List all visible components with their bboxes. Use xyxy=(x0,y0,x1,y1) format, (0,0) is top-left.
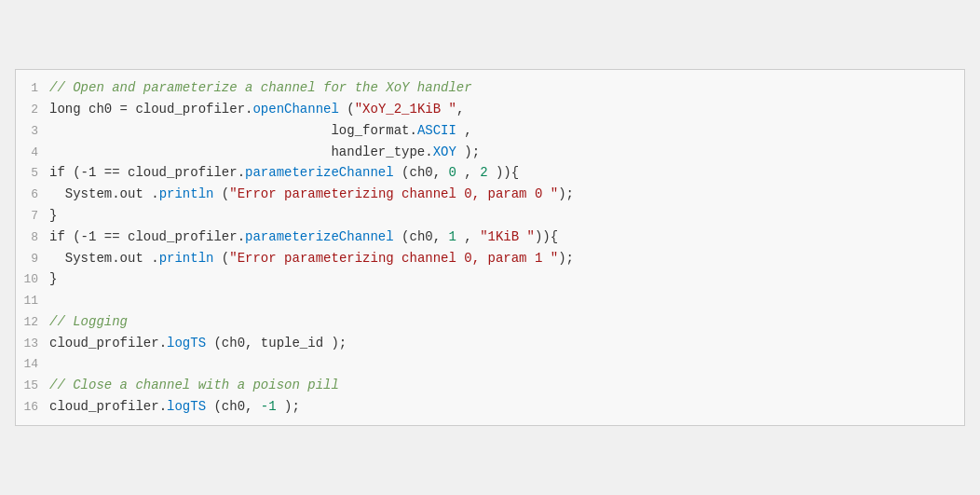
code-line: 1// Open and parameterize a channel for … xyxy=(16,77,964,99)
code-segment: ); xyxy=(277,399,300,414)
code-segment: } xyxy=(49,271,57,286)
code-segment: println xyxy=(159,251,214,266)
code-segment: openChannel xyxy=(252,102,338,117)
code-segment: )){ xyxy=(535,229,558,244)
code-line: 3 log_format.ASCII , xyxy=(16,120,964,142)
line-number: 2 xyxy=(16,101,49,120)
code-line: 10} xyxy=(16,268,964,290)
line-number: 15 xyxy=(16,377,49,396)
code-line: 6 System.out .println ("Error parameteri… xyxy=(16,184,964,205)
code-segment: // Close a channel with a poison pill xyxy=(49,378,339,392)
line-content: // Open and parameterize a channel for t… xyxy=(49,77,957,98)
line-number: 6 xyxy=(16,186,49,205)
code-line: 14 xyxy=(16,353,964,375)
line-content: System.out .println ("Error parameterizi… xyxy=(49,248,957,268)
line-content: if (-1 == cloud_profiler.parameterizeCha… xyxy=(49,227,957,247)
code-segment: ( xyxy=(339,102,355,117)
code-segment: // Open and parameterize a channel for t… xyxy=(49,80,472,95)
line-content: if (-1 == cloud_profiler.parameterizeCha… xyxy=(49,162,957,183)
code-segment: 2 xyxy=(480,165,487,180)
code-segment: (ch0, xyxy=(394,229,449,244)
line-number: 3 xyxy=(16,122,49,142)
code-segment: . xyxy=(409,123,416,138)
code-segment: . xyxy=(425,144,432,159)
line-number: 7 xyxy=(16,207,49,227)
code-segment: -1 xyxy=(261,399,277,414)
line-number: 13 xyxy=(16,335,49,354)
code-segment: log_format xyxy=(49,123,409,138)
line-content xyxy=(49,353,957,374)
code-segment: , xyxy=(456,123,472,138)
code-segment: XOY xyxy=(433,144,456,159)
code-segment: ASCII xyxy=(417,123,456,138)
code-segment: cloud_profiler xyxy=(49,336,159,351)
line-content: // Close a channel with a poison pill xyxy=(49,375,957,395)
code-line: 4 handler_type.XOY ); xyxy=(16,142,964,163)
code-segment: (ch0, xyxy=(394,165,449,180)
code-segment: , xyxy=(456,229,480,244)
line-content: // Logging xyxy=(49,311,957,332)
line-number: 4 xyxy=(16,144,49,163)
code-segment: handler_type xyxy=(49,144,425,159)
code-segment: // Logging xyxy=(49,314,128,329)
code-line: 12// Logging xyxy=(16,311,964,333)
code-line: 16cloud_profiler.logTS (ch0, -1 ); xyxy=(16,396,964,418)
code-segment: . xyxy=(143,186,159,201)
code-segment: ); xyxy=(558,186,574,201)
code-segment: ( xyxy=(213,251,229,266)
code-segment: logTS xyxy=(167,399,206,414)
line-number: 8 xyxy=(16,228,49,248)
code-line: 13cloud_profiler.logTS (ch0, tuple_id ); xyxy=(16,333,964,354)
code-segment: cloud_profiler xyxy=(49,399,159,414)
code-segment: . xyxy=(143,251,159,266)
code-segment: 1 xyxy=(449,229,456,244)
line-number: 14 xyxy=(16,355,49,375)
code-segment: System.out xyxy=(49,251,143,266)
line-number: 9 xyxy=(16,250,49,269)
code-segment: if (-1 == cloud_profiler xyxy=(49,229,238,244)
line-content: } xyxy=(49,268,957,289)
code-segment: . xyxy=(238,229,245,244)
code-line: 5if (-1 == cloud_profiler.parameterizeCh… xyxy=(16,162,964,184)
code-segment: ); xyxy=(456,144,480,159)
line-content: System.out .println ("Error parameterizi… xyxy=(49,184,957,204)
line-content: cloud_profiler.logTS (ch0, -1 ); xyxy=(49,396,957,417)
code-line: 7} xyxy=(16,205,964,227)
line-content: handler_type.XOY ); xyxy=(49,142,957,162)
code-segment: "XoY_2_1KiB " xyxy=(355,102,456,117)
line-number: 10 xyxy=(16,270,49,290)
code-segment: ( xyxy=(213,186,229,201)
code-segment: long ch0 = cloud_profiler xyxy=(49,102,245,117)
code-segment: (ch0, xyxy=(206,399,261,414)
code-segment: parameterizeChannel xyxy=(245,165,394,180)
line-content: long ch0 = cloud_profiler.openChannel ("… xyxy=(49,99,957,119)
code-segment: (ch0, tuple_id ); xyxy=(206,336,347,351)
code-segment: "Error parameterizing channel 0, param 1… xyxy=(229,251,558,266)
code-segment: } xyxy=(49,208,57,223)
code-segment: . xyxy=(159,336,167,351)
code-segment: . xyxy=(238,165,245,180)
code-segment: "Error parameterizing channel 0, param 0… xyxy=(229,186,558,201)
code-segment: parameterizeChannel xyxy=(245,229,394,244)
line-number: 11 xyxy=(16,292,49,311)
code-line: 15// Close a channel with a poison pill xyxy=(16,375,964,396)
code-segment: if (-1 == cloud_profiler xyxy=(49,165,238,180)
line-content: cloud_profiler.logTS (ch0, tuple_id ); xyxy=(49,333,957,353)
line-number: 5 xyxy=(16,164,49,184)
code-segment: logTS xyxy=(167,336,206,351)
code-segment: println xyxy=(159,186,214,201)
code-segment: . xyxy=(159,399,167,414)
code-segment: , xyxy=(456,165,480,180)
code-segment: , xyxy=(456,102,464,117)
line-content: } xyxy=(49,205,957,226)
line-content: log_format.ASCII , xyxy=(49,120,957,141)
code-segment: System.out xyxy=(49,186,143,201)
code-line: 2long ch0 = cloud_profiler.openChannel (… xyxy=(16,99,964,120)
code-segment: 0 xyxy=(449,165,456,180)
code-segment: "1KiB " xyxy=(480,229,535,244)
code-line: 9 System.out .println ("Error parameteri… xyxy=(16,248,964,269)
line-content xyxy=(49,290,957,310)
line-number: 16 xyxy=(16,398,49,418)
code-segment: ); xyxy=(558,251,574,266)
line-number: 12 xyxy=(16,313,49,333)
